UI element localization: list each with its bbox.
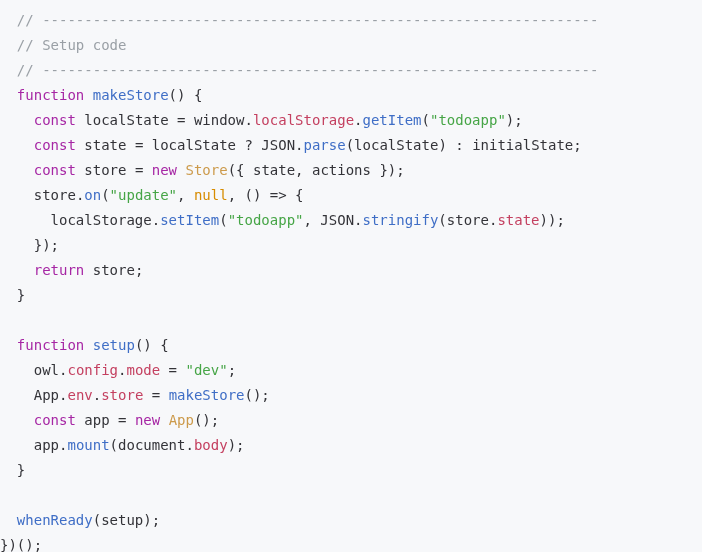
- prop: config: [67, 362, 118, 378]
- keyword: const: [34, 162, 76, 178]
- ident: owl: [34, 362, 59, 378]
- method: parse: [304, 137, 346, 153]
- string: "todoapp": [430, 112, 506, 128]
- ident: app: [84, 412, 109, 428]
- prop: body: [194, 437, 228, 453]
- string: "update": [110, 187, 177, 203]
- fn-name: setup: [93, 337, 135, 353]
- string: "todoapp": [228, 212, 304, 228]
- prop: store: [101, 387, 143, 403]
- method: getItem: [363, 112, 422, 128]
- fn-name: makeStore: [93, 87, 169, 103]
- code-line: // -------------------------------------…: [0, 62, 598, 78]
- ident: store: [34, 187, 76, 203]
- prop: state: [497, 212, 539, 228]
- keyword: function: [17, 87, 84, 103]
- keyword: new: [135, 412, 160, 428]
- ident: actions: [312, 162, 371, 178]
- ident: store: [84, 162, 126, 178]
- method: mount: [67, 437, 109, 453]
- keyword: function: [17, 337, 84, 353]
- method: makeStore: [169, 387, 245, 403]
- code-line: // Setup code: [0, 37, 126, 53]
- method: setItem: [160, 212, 219, 228]
- fn-name: whenReady: [17, 512, 93, 528]
- keyword: new: [152, 162, 177, 178]
- prop: localStorage: [253, 112, 354, 128]
- method: stringify: [363, 212, 439, 228]
- prop: mode: [126, 362, 160, 378]
- keyword: const: [34, 137, 76, 153]
- ident: state: [253, 162, 295, 178]
- ident: store: [447, 212, 489, 228]
- null: null: [194, 187, 228, 203]
- ident: localStorage: [51, 212, 152, 228]
- ident: localState: [152, 137, 236, 153]
- keyword: return: [34, 262, 85, 278]
- ident: state: [84, 137, 126, 153]
- keyword: const: [34, 412, 76, 428]
- ident: localState: [84, 112, 168, 128]
- ident: setup: [101, 512, 143, 528]
- ident: JSON: [320, 212, 354, 228]
- ident: App: [34, 387, 59, 403]
- class: Store: [186, 162, 228, 178]
- string: "dev": [185, 362, 227, 378]
- ident: app: [34, 437, 59, 453]
- method: on: [84, 187, 101, 203]
- ident: window: [194, 112, 245, 128]
- code-line: // -------------------------------------…: [0, 12, 598, 28]
- class: App: [169, 412, 194, 428]
- ident: initialState: [472, 137, 573, 153]
- code-block: // -------------------------------------…: [0, 0, 702, 552]
- keyword: const: [34, 112, 76, 128]
- ident: JSON: [261, 137, 295, 153]
- ident: store: [93, 262, 135, 278]
- prop: env: [67, 387, 92, 403]
- ident: document: [118, 437, 185, 453]
- ident: localState: [354, 137, 438, 153]
